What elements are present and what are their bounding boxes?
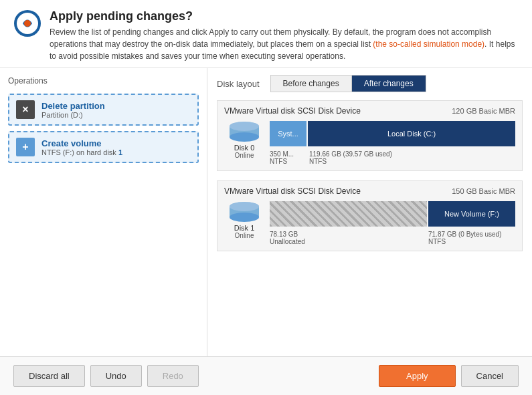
disk-1-unalloc-fs: Unallocated (270, 238, 426, 245)
disk-layout-panel: Disk layout Before changes After changes… (207, 68, 532, 356)
disk-0-part-syst: Syst... (270, 121, 306, 146)
disk-0-part-syst-detail: 350 M... NTFS (270, 150, 306, 165)
disk-0-header: VMware Virtual disk SCSI Disk Device 120… (224, 106, 515, 116)
disk-1-partitions-bar: New Volume (F:) (270, 201, 515, 227)
disk-0-partitions-bar: Syst... Local Disk (C:) (270, 121, 515, 146)
desc-highlight: (the so-called simulation mode) (373, 39, 484, 49)
undo-button[interactable]: Undo (90, 365, 142, 387)
svg-point-2 (24, 20, 31, 27)
header-content: Apply pending changes? Review the list o… (50, 9, 519, 62)
disk-0-local-fs: NTFS (309, 158, 515, 165)
create-icon: + (16, 138, 35, 156)
disk-1-name: VMware Virtual disk SCSI Disk Device (224, 186, 361, 196)
redo-button[interactable]: Redo (147, 365, 199, 387)
op-delete-subtitle: Partition (D:) (41, 111, 105, 119)
disk-1-header: VMware Virtual disk SCSI Disk Device 150… (224, 186, 515, 196)
disk-1-new-size: 71.87 GB (0 Bytes used) (428, 231, 515, 238)
svg-point-10 (230, 202, 259, 211)
disk-1-partitions: New Volume (F:) 78.13 GB Unallocated 71.… (270, 201, 515, 245)
op-create-subtitle: NTFS (F:) on hard disk 1 (41, 148, 122, 156)
op-delete-title: Delete partition (41, 101, 105, 111)
apply-button[interactable]: Apply (379, 365, 456, 387)
disk-0-local-size: 119.66 GB (39.57 GB used) (309, 150, 515, 158)
op-create-subtitle-highlight: 1 (118, 148, 122, 156)
op-create-title: Create volume (41, 138, 122, 148)
svg-point-9 (230, 213, 259, 222)
disk-layout-label: Disk layout (217, 79, 260, 89)
disk-0-parts-details: 350 M... NTFS 119.66 GB (39.57 GB used) … (270, 150, 515, 165)
cancel-button[interactable]: Cancel (461, 365, 519, 387)
disk-0-part-local: Local Disk (C:) (308, 121, 515, 146)
disk-1-label: Disk 1 (234, 224, 255, 232)
disk-device-1: VMware Virtual disk SCSI Disk Device 150… (217, 180, 523, 251)
disk-1-parts-details: 78.13 GB Unallocated 71.87 GB (0 Bytes u… (270, 231, 515, 245)
operation-create-volume: + Create volume NTFS (F:) on hard disk 1 (8, 131, 199, 163)
disk-1-unalloc-size: 78.13 GB (270, 231, 426, 238)
dialog-footer: Discard all Undo Redo Apply Cancel (0, 356, 532, 395)
disk-device-0: VMware Virtual disk SCSI Disk Device 120… (217, 100, 523, 171)
operation-delete-partition: × Delete partition Partition (D:) (8, 94, 199, 126)
operations-panel: Operations × Delete partition Partition … (0, 68, 207, 356)
disk-0-status: Online (235, 152, 254, 159)
disk-1-size: 150 GB Basic MBR (452, 187, 515, 195)
disk-1-icon-col: Disk 1 Online (224, 201, 264, 239)
disk-0-syst-fs: NTFS (270, 158, 306, 165)
disk-0-name: VMware Virtual disk SCSI Disk Device (224, 106, 361, 116)
disk-0-icon-col: Disk 0 Online (224, 121, 264, 159)
disk-1-new-fs: NTFS (428, 238, 515, 245)
svg-point-6 (230, 122, 259, 131)
disk-0-size: 120 GB Basic MBR (452, 107, 515, 115)
disk-1-part-new-detail: 71.87 GB (0 Bytes used) NTFS (428, 231, 515, 245)
disk-1-status: Online (235, 232, 254, 239)
disk-0-label: Disk 0 (234, 144, 255, 152)
disk-1-row: Disk 1 Online New Volume (F:) 78.13 (224, 201, 515, 245)
discard-all-button[interactable]: Discard all (13, 365, 85, 387)
disk-0-syst-size: 350 M... (270, 150, 306, 158)
tab-before-changes[interactable]: Before changes (271, 76, 352, 92)
op-create-subtitle-prefix: NTFS (F:) on hard disk (41, 148, 118, 156)
svg-point-5 (230, 132, 259, 142)
tab-after-changes[interactable]: After changes (352, 76, 426, 92)
operations-label: Operations (8, 76, 199, 86)
dialog-header: Apply pending changes? Review the list o… (0, 0, 532, 68)
disk-1-part-unalloc (270, 201, 427, 227)
op-details-create: Create volume NTFS (F:) on hard disk 1 (41, 138, 122, 156)
app-logo (13, 9, 41, 37)
disk-1-part-unalloc-detail: 78.13 GB Unallocated (270, 231, 426, 245)
disk-0-icon (228, 121, 260, 142)
disk-1-part-new: New Volume (F:) (428, 201, 515, 227)
dialog-apply-changes: Apply pending changes? Review the list o… (0, 0, 532, 395)
tab-group: Before changes After changes (270, 75, 426, 92)
disk-1-icon (228, 201, 260, 223)
disk-0-partitions: Syst... Local Disk (C:) 350 M... NTFS (270, 121, 515, 165)
main-content: Operations × Delete partition Partition … (0, 68, 532, 356)
op-details-delete: Delete partition Partition (D:) (41, 101, 105, 119)
disk-0-row: Disk 0 Online Syst... Local Disk (C:) (224, 121, 515, 165)
delete-icon: × (16, 100, 35, 119)
dialog-description: Review the list of pending changes and c… (50, 26, 519, 62)
disk-0-part-local-detail: 119.66 GB (39.57 GB used) NTFS (309, 150, 515, 165)
disk-layout-header: Disk layout Before changes After changes (217, 75, 523, 92)
dialog-title: Apply pending changes? (50, 9, 519, 23)
